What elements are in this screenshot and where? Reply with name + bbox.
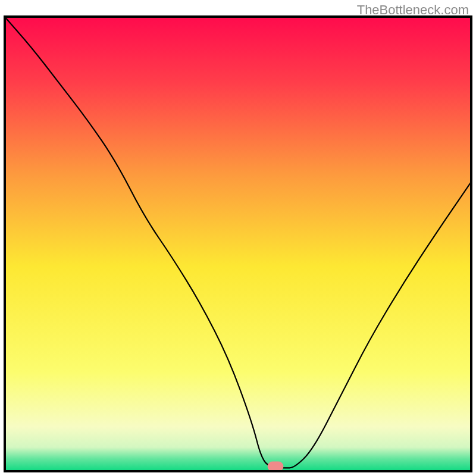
svg-rect-0 [4,15,472,472]
chart-container: TheBottleneck.com [0,0,476,476]
chart-svg [4,15,472,472]
svg-rect-1 [268,462,284,472]
chart-frame [4,15,472,472]
watermark-text: TheBottleneck.com [357,2,469,18]
